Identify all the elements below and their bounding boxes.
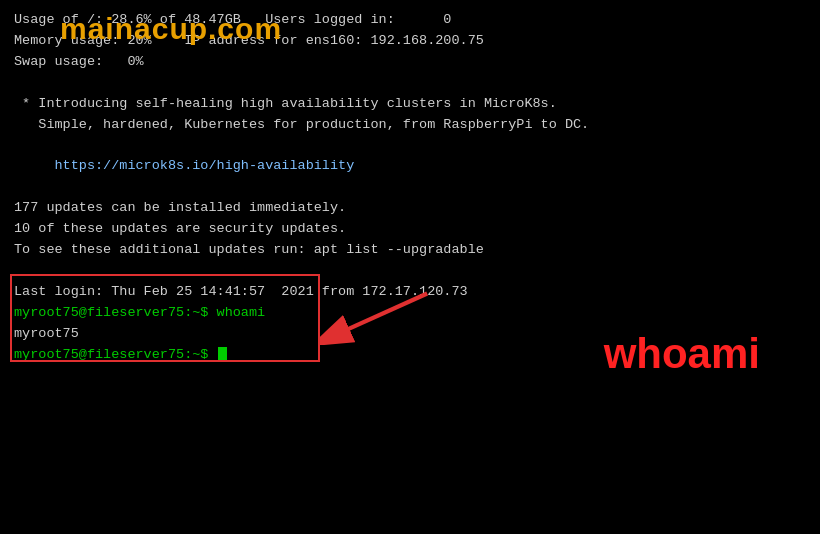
terminal-line-1: Usage of /: 28.6% of 48.47GB Users logge… bbox=[14, 10, 806, 31]
whoami-label: whoami bbox=[604, 330, 760, 378]
terminal-line-5: * Introducing self-healing high availabi… bbox=[14, 94, 806, 115]
terminal-line-13 bbox=[14, 261, 806, 282]
terminal-line-7 bbox=[14, 136, 806, 157]
terminal-line-6: Simple, hardened, Kubernetes for product… bbox=[14, 115, 806, 136]
terminal-line-12: To see these additional updates run: apt… bbox=[14, 240, 806, 261]
terminal-line-3: Swap usage: 0% bbox=[14, 52, 806, 73]
terminal-line-8: https://microk8s.io/high-availability bbox=[14, 156, 806, 177]
arrow-annotation bbox=[320, 285, 440, 345]
terminal-line-10: 177 updates can be installed immediately… bbox=[14, 198, 806, 219]
terminal-line-2: Memory usage: 20% IP address for ens160:… bbox=[14, 31, 806, 52]
terminal-line-4 bbox=[14, 73, 806, 94]
svg-line-1 bbox=[341, 294, 427, 333]
terminal-cursor bbox=[218, 347, 227, 361]
terminal-line-9 bbox=[14, 177, 806, 198]
terminal-line-11: 10 of these updates are security updates… bbox=[14, 219, 806, 240]
